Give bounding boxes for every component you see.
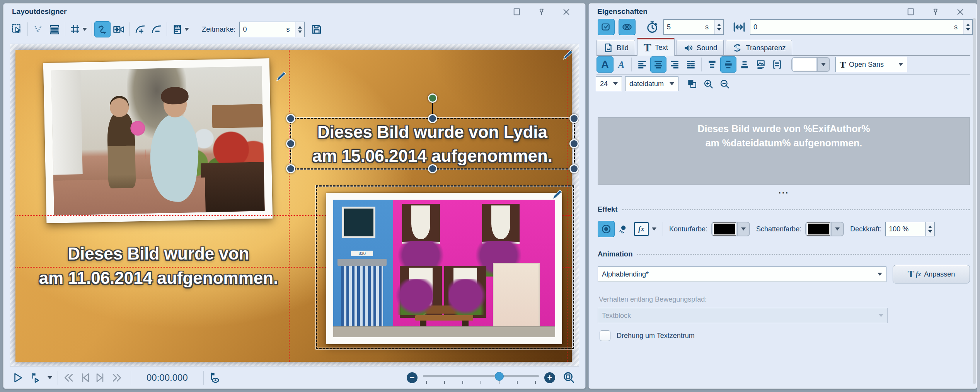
rotation-handle[interactable] — [428, 93, 437, 103]
play-button[interactable] — [10, 370, 26, 386]
font-zoom-out-button[interactable] — [716, 76, 733, 92]
zeitmarke-input[interactable]: 0 s — [239, 22, 295, 37]
play-options-dropdown-arrow[interactable] — [48, 376, 52, 379]
text-color-picker[interactable] — [791, 57, 830, 72]
layout-canvas[interactable]: 830 — [10, 44, 579, 367]
fx-effects-button[interactable]: fx — [634, 222, 649, 236]
text-color-dropdown[interactable] — [817, 58, 829, 71]
text-editor-area[interactable]: Dieses Bild wurde von %ExifAuthor% am %d… — [598, 117, 970, 185]
panel-scrollbar[interactable] — [973, 18, 976, 384]
fast-forward-button[interactable] — [109, 370, 125, 386]
tab-transparenz[interactable]: Transparenz — [726, 40, 792, 55]
selection-handle-e[interactable] — [569, 139, 579, 148]
zoom-in-canvas-button[interactable]: + — [544, 372, 555, 383]
zoom-slider-thumb[interactable] — [495, 372, 504, 381]
grid-dropdown-arrow[interactable] — [82, 28, 87, 31]
photo-right-frame[interactable]: 830 — [326, 193, 562, 344]
tab-bild[interactable]: Bild — [597, 40, 635, 55]
object-enabled-toggle[interactable] — [598, 19, 615, 35]
object-visibility-toggle[interactable] — [619, 19, 636, 35]
align-right-button[interactable] — [666, 56, 683, 73]
static-text-object[interactable]: Dieses Bild wurde von am 11.06.2014 aufg… — [27, 241, 290, 290]
zoom-slider-track[interactable] — [423, 375, 539, 377]
timeoffset-spinner[interactable] — [963, 19, 973, 35]
align-justify-button[interactable] — [683, 56, 699, 73]
rewind-button[interactable] — [60, 370, 77, 386]
schattenfarbe-picker[interactable] — [805, 222, 844, 236]
edit-brush-icon[interactable] — [551, 188, 564, 201]
close-icon[interactable] — [956, 8, 965, 16]
animation-select[interactable]: Alphablending* — [598, 266, 886, 282]
point-select-tool-button[interactable] — [30, 21, 46, 37]
font-zoom-in-button[interactable] — [700, 76, 716, 92]
valign-bottom-button[interactable] — [736, 56, 753, 73]
previous-frame-button[interactable] — [77, 370, 93, 386]
maximize-icon[interactable] — [513, 8, 521, 16]
select-tool-button[interactable] — [9, 21, 25, 37]
grid-tool-button[interactable] — [68, 21, 89, 37]
font-size-select[interactable]: 24 — [596, 76, 622, 91]
font-family-select[interactable]: T Open Sans — [835, 57, 907, 72]
deckkraft-input[interactable]: 100 % — [885, 222, 925, 236]
motion-path-tool-button[interactable] — [94, 21, 111, 37]
close-icon[interactable] — [562, 8, 571, 16]
zeitmarke-spinner[interactable] — [295, 22, 305, 37]
canvas-zoom-slider[interactable] — [423, 372, 539, 384]
selection-handle-nw[interactable] — [286, 114, 295, 123]
variable-select[interactable]: dateidatum — [625, 76, 678, 91]
outline-effect-toggle[interactable] — [598, 221, 615, 237]
selection-handle-n[interactable] — [428, 114, 437, 123]
konturfarbe-picker[interactable] — [711, 222, 750, 236]
schattenfarbe-dropdown[interactable] — [831, 222, 843, 236]
anpassen-button[interactable]: T fx Anpassen — [893, 265, 970, 283]
konturfarbe-swatch[interactable] — [713, 223, 736, 235]
bold-button[interactable]: A — [597, 56, 614, 73]
play-from-timemark-button[interactable] — [26, 370, 44, 386]
timeline-list-button[interactable] — [169, 21, 192, 37]
zoom-out-canvas-button[interactable]: − — [407, 372, 418, 383]
slide-background[interactable]: 830 — [15, 50, 572, 362]
italic-button[interactable]: A — [614, 56, 629, 73]
tab-sound[interactable]: Sound — [677, 40, 724, 55]
remove-curve-point-button[interactable] — [148, 21, 164, 37]
duration-spinner[interactable] — [714, 19, 724, 35]
edit-brush-icon[interactable] — [561, 48, 574, 61]
copy-format-button[interactable] — [684, 76, 700, 92]
pin-icon[interactable] — [931, 8, 940, 16]
show-timemark-button[interactable] — [206, 370, 222, 386]
editor-expander[interactable]: ... — [598, 189, 970, 193]
selected-text-object[interactable]: Dieses Bild wurde von Lydia am 15.06.201… — [290, 118, 575, 170]
valign-middle-button[interactable] — [720, 56, 736, 73]
text-color-swatch[interactable] — [793, 58, 816, 71]
maximize-icon[interactable] — [907, 8, 915, 16]
edit-brush-icon[interactable] — [274, 70, 288, 83]
save-timemark-button[interactable] — [308, 21, 325, 37]
align-center-button[interactable] — [650, 56, 666, 73]
align-left-button[interactable] — [634, 56, 650, 73]
timeoffset-input[interactable]: 0 s — [750, 19, 963, 35]
pin-icon[interactable] — [537, 8, 546, 16]
next-frame-button[interactable] — [93, 370, 109, 386]
tab-text[interactable]: T Text — [637, 38, 675, 56]
valign-top-button[interactable] — [704, 56, 720, 73]
image-in-text-button[interactable] — [753, 56, 769, 73]
selection-handle-se[interactable] — [569, 164, 579, 173]
timeline-list-dropdown-arrow[interactable] — [184, 28, 189, 31]
selection-handle-s[interactable] — [428, 164, 437, 173]
duration-input[interactable]: 5 s — [663, 19, 714, 35]
selection-handle-w[interactable] — [286, 139, 295, 148]
shadow-effect-toggle[interactable] — [615, 221, 631, 237]
zoom-fit-button[interactable] — [561, 370, 577, 386]
deckkraft-spinner[interactable] — [925, 222, 935, 236]
camera-pan-tool-button[interactable] — [111, 21, 127, 37]
fx-dropdown-arrow[interactable] — [652, 227, 656, 231]
drehung-checkbox[interactable] — [600, 330, 610, 341]
add-curve-point-button[interactable] — [132, 21, 148, 37]
selection-handle-ne[interactable] — [569, 114, 579, 123]
schattenfarbe-swatch[interactable] — [807, 223, 830, 235]
textbox-mode-button[interactable] — [769, 56, 785, 73]
photo-left-frame[interactable] — [43, 58, 273, 223]
konturfarbe-dropdown[interactable] — [737, 222, 749, 236]
layers-tool-button[interactable] — [46, 21, 63, 37]
selection-handle-sw[interactable] — [286, 164, 295, 173]
